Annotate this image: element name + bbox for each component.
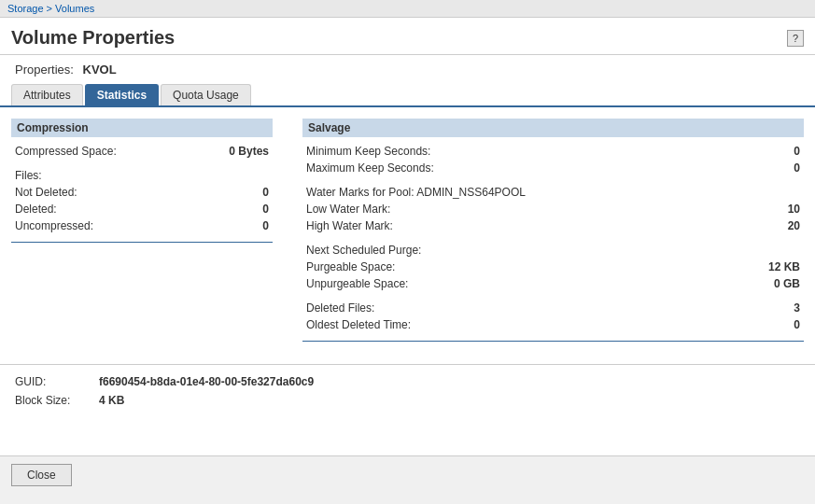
close-button[interactable]: Close	[11, 464, 72, 486]
spacer1	[11, 160, 273, 167]
not-deleted-row: Not Deleted: 0	[11, 184, 273, 201]
oldest-deleted-time-label: Oldest Deleted Time:	[306, 318, 411, 331]
spacer4	[302, 292, 804, 300]
unpurgeable-space-label: Unpurgeable Space:	[306, 277, 408, 290]
left-panel: Compression Compressed Space: 0 Bytes Fi…	[11, 119, 291, 349]
breadcrumb-storage-link[interactable]: Storage	[7, 3, 44, 14]
high-water-mark-label: High Water Mark:	[306, 219, 393, 232]
files-label: Files:	[15, 169, 42, 182]
deleted-label: Deleted:	[15, 203, 57, 216]
purgeable-space-row: Purgeable Space: 12 KB	[302, 259, 804, 275]
compression-header: Compression	[11, 119, 273, 137]
next-purge-value	[744, 244, 800, 257]
tabs-bar: Attributes Statistics Quota Usage	[0, 80, 815, 107]
page-container: Volume Properties ? Properties: KVOL Att…	[0, 18, 815, 494]
compressed-space-value: 0 Bytes	[213, 145, 269, 158]
min-keep-seconds-label: Minimum Keep Seconds:	[306, 145, 430, 158]
water-marks-pool-row: Water Marks for Pool: ADMIN_NSS64POOL	[302, 184, 804, 201]
deleted-files-row: Deleted Files: 3	[302, 300, 804, 316]
footer: Close	[0, 455, 815, 494]
right-divider	[302, 341, 804, 342]
page-header: Volume Properties ?	[0, 18, 815, 55]
unpurgeable-space-row: Unpurgeable Space: 0 GB	[302, 275, 804, 292]
page-title: Volume Properties	[11, 27, 175, 49]
tab-quota-usage[interactable]: Quota Usage	[161, 84, 251, 105]
blocksize-label: Block Size:	[15, 394, 99, 407]
salvage-header: Salvage	[302, 119, 804, 137]
tab-attributes[interactable]: Attributes	[11, 84, 83, 105]
high-water-mark-row: High Water Mark: 20	[302, 217, 804, 234]
purgeable-space-label: Purgeable Space:	[306, 260, 395, 273]
not-deleted-value: 0	[213, 186, 269, 199]
breadcrumb-volumes-link[interactable]: Volumes	[55, 3, 94, 14]
max-keep-seconds-row: Maximum Keep Seconds: 0	[302, 160, 804, 176]
properties-text: Properties:	[15, 63, 74, 77]
bottom-section: GUID: f6690454-b8da-01e4-80-00-5fe327da6…	[0, 364, 815, 417]
max-keep-seconds-value: 0	[744, 161, 800, 175]
unpurgeable-space-value: 0 GB	[744, 277, 800, 290]
breadcrumb: Storage > Volumes	[0, 0, 815, 18]
uncompressed-label: Uncompressed:	[15, 219, 93, 232]
help-button[interactable]: ?	[787, 30, 804, 47]
properties-label: Properties: KVOL	[0, 55, 815, 80]
high-water-mark-value: 20	[744, 219, 800, 232]
right-panel: Salvage Minimum Keep Seconds: 0 Maximum …	[291, 119, 804, 349]
guid-value: f6690454-b8da-01e4-80-00-5fe327da60c9	[99, 375, 314, 388]
low-water-mark-value: 10	[744, 203, 800, 216]
min-keep-seconds-row: Minimum Keep Seconds: 0	[302, 143, 804, 160]
purgeable-space-value: 12 KB	[744, 260, 800, 273]
oldest-deleted-time-row: Oldest Deleted Time: 0	[302, 316, 804, 333]
spacer2	[302, 176, 804, 184]
compressed-space-row: Compressed Space: 0 Bytes	[11, 143, 273, 160]
low-water-mark-row: Low Water Mark: 10	[302, 201, 804, 217]
min-keep-seconds-value: 0	[744, 145, 800, 158]
low-water-mark-label: Low Water Mark:	[306, 203, 390, 216]
deleted-files-label: Deleted Files:	[306, 301, 374, 315]
max-keep-seconds-label: Maximum Keep Seconds:	[306, 161, 434, 175]
deleted-row: Deleted: 0	[11, 201, 273, 217]
files-row: Files:	[11, 167, 273, 184]
breadcrumb-separator: >	[47, 3, 55, 14]
content-area: Compression Compressed Space: 0 Bytes Fi…	[0, 107, 815, 360]
next-purge-label: Next Scheduled Purge:	[306, 244, 421, 257]
blocksize-row: Block Size: 4 KB	[11, 391, 804, 410]
guid-row: GUID: f6690454-b8da-01e4-80-00-5fe327da6…	[11, 372, 804, 391]
blocksize-value: 4 KB	[99, 394, 124, 407]
not-deleted-label: Not Deleted:	[15, 186, 77, 199]
tab-statistics[interactable]: Statistics	[85, 84, 159, 105]
spacer3	[302, 234, 804, 242]
left-divider	[11, 242, 273, 243]
uncompressed-value: 0	[213, 219, 269, 232]
compressed-space-label: Compressed Space:	[15, 145, 117, 158]
files-value	[213, 169, 269, 182]
deleted-value: 0	[213, 203, 269, 216]
next-purge-row: Next Scheduled Purge:	[302, 242, 804, 259]
oldest-deleted-time-value: 0	[744, 318, 800, 331]
guid-label: GUID:	[15, 375, 99, 388]
deleted-files-value: 3	[744, 301, 800, 315]
volume-name: KVOL	[83, 63, 117, 77]
uncompressed-row: Uncompressed: 0	[11, 217, 273, 234]
